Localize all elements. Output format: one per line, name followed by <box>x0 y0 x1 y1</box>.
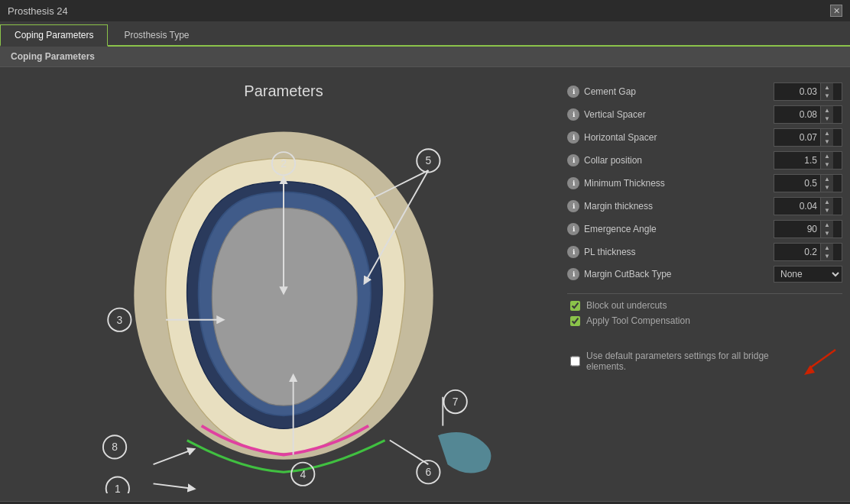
emergence-angle-label: Emergence Angle <box>584 224 769 234</box>
diagram-title: Parameters <box>244 82 323 100</box>
param-row-margin-cutback: ℹ Margin CutBack Type None Type1 Type2 <box>567 266 842 283</box>
param-row-cement-gap: ℹ Cement Gap ▲ ▼ <box>567 82 842 101</box>
param-row-vertical-spacer: ℹ Vertical Spacer ▲ ▼ <box>567 105 842 124</box>
pl-thickness-input-wrap: ▲ ▼ <box>774 243 842 261</box>
emergence-angle-icon: ℹ <box>567 223 579 235</box>
main-body: Parameters <box>0 67 850 501</box>
emergence-angle-up[interactable]: ▲ <box>821 221 833 229</box>
param-row-collar-position: ℹ Collar position ▲ ▼ <box>567 151 842 170</box>
bridge-default-label: Use default parameters settings for all … <box>586 351 780 372</box>
apply-tool-row: Apply Tool Compensation <box>567 315 842 326</box>
collar-position-down[interactable]: ▼ <box>821 160 833 169</box>
horizontal-spacer-input[interactable] <box>774 131 820 144</box>
pl-thickness-up[interactable]: ▲ <box>821 244 833 252</box>
cement-gap-up[interactable]: ▲ <box>821 83 833 92</box>
footer: Reset ? OK Cancel <box>0 501 850 504</box>
minimum-thickness-down[interactable]: ▼ <box>821 183 833 192</box>
svg-text:5: 5 <box>426 154 432 166</box>
minimum-thickness-up[interactable]: ▲ <box>821 175 833 183</box>
tabs-container: Coping Parameters Prosthesis Type <box>0 21 850 47</box>
param-row-minimum-thickness: ℹ Minimum Thickness ▲ ▼ <box>567 174 842 192</box>
tab-coping-parameters[interactable]: Coping Parameters <box>0 24 108 47</box>
minimum-thickness-input[interactable] <box>774 176 820 190</box>
pl-thickness-label: PL thickness <box>584 247 769 257</box>
vertical-spacer-up[interactable]: ▲ <box>821 106 833 115</box>
separator-1 <box>567 293 842 294</box>
block-out-label: Block out undercuts <box>586 300 667 311</box>
minimum-thickness-input-wrap: ▲ ▼ <box>774 174 842 192</box>
arrow-annotation <box>793 346 839 376</box>
vertical-spacer-input-wrap: ▲ ▼ <box>774 105 842 124</box>
minimum-thickness-label: Minimum Thickness <box>584 178 769 189</box>
margin-thickness-input[interactable] <box>774 199 820 213</box>
vertical-spacer-label: Vertical Spacer <box>584 109 769 120</box>
title-bar: Prosthesis 24 ✕ <box>0 0 850 21</box>
vertical-spacer-down[interactable]: ▼ <box>821 115 833 123</box>
svg-text:7: 7 <box>453 396 459 408</box>
margin-thickness-label: Margin thickness <box>584 201 769 212</box>
svg-text:2: 2 <box>281 157 287 170</box>
pl-thickness-down[interactable]: ▼ <box>821 252 833 260</box>
horizontal-spacer-icon: ℹ <box>567 131 579 144</box>
collar-position-icon: ℹ <box>567 154 579 166</box>
param-row-margin-thickness: ℹ Margin thickness ▲ ▼ <box>567 197 842 215</box>
cement-gap-label: Cement Gap <box>584 86 769 97</box>
collar-position-up[interactable]: ▲ <box>821 152 833 160</box>
pl-thickness-icon: ℹ <box>567 246 579 258</box>
parameters-panel: ℹ Cement Gap ▲ ▼ ℹ Vertical Spacer ▲ ▼ <box>567 75 842 493</box>
svg-text:1: 1 <box>115 483 121 493</box>
diagram-area: Parameters <box>8 75 560 493</box>
svg-line-11 <box>154 483 193 488</box>
close-button[interactable]: ✕ <box>830 5 842 17</box>
cement-gap-input-wrap: ▲ ▼ <box>774 82 842 101</box>
svg-line-10 <box>154 450 193 464</box>
svg-text:6: 6 <box>426 466 432 478</box>
emergence-angle-down[interactable]: ▼ <box>821 229 833 237</box>
margin-thickness-icon: ℹ <box>567 200 579 212</box>
param-row-pl-thickness: ℹ PL thickness ▲ ▼ <box>567 243 842 261</box>
apply-tool-checkbox[interactable] <box>570 316 580 326</box>
vertical-spacer-icon: ℹ <box>567 108 579 121</box>
svg-text:4: 4 <box>300 468 306 480</box>
block-out-checkbox[interactable] <box>570 301 580 311</box>
collar-position-input-wrap: ▲ ▼ <box>774 151 842 170</box>
collar-position-label: Collar position <box>584 155 769 166</box>
horizontal-spacer-label: Horizontal Spacer <box>584 132 769 143</box>
cement-gap-icon: ℹ <box>567 86 579 98</box>
svg-text:3: 3 <box>117 314 123 326</box>
svg-text:8: 8 <box>112 441 118 453</box>
param-row-emergence-angle: ℹ Emergence Angle ▲ ▼ <box>567 220 842 238</box>
pl-thickness-input[interactable] <box>774 245 820 259</box>
cement-gap-down[interactable]: ▼ <box>821 92 833 100</box>
svg-line-8 <box>390 441 429 465</box>
param-row-horizontal-spacer: ℹ Horizontal Spacer ▲ ▼ <box>567 128 842 147</box>
margin-cutback-icon: ℹ <box>567 268 579 280</box>
margin-cutback-label: Margin CutBack Type <box>584 269 769 279</box>
collar-position-input[interactable] <box>774 153 820 167</box>
tooth-diagram: 1 2 3 4 5 6 7 8 <box>8 108 560 493</box>
horizontal-spacer-input-wrap: ▲ ▼ <box>774 128 842 147</box>
vertical-spacer-input[interactable] <box>774 108 820 121</box>
bridge-default-checkbox[interactable] <box>570 356 580 367</box>
minimum-thickness-icon: ℹ <box>567 177 579 189</box>
margin-cutback-select[interactable]: None Type1 Type2 <box>774 266 842 283</box>
horizontal-spacer-up[interactable]: ▲ <box>821 129 833 137</box>
margin-thickness-up[interactable]: ▲ <box>821 198 833 206</box>
horizontal-spacer-down[interactable]: ▼ <box>821 137 833 146</box>
margin-thickness-down[interactable]: ▼ <box>821 206 833 215</box>
apply-tool-label: Apply Tool Compensation <box>586 315 690 326</box>
emergence-angle-input[interactable] <box>774 222 820 236</box>
cement-gap-input[interactable] <box>774 85 820 99</box>
margin-thickness-input-wrap: ▲ ▼ <box>774 197 842 215</box>
tab-prosthesis-type[interactable]: Prosthesis Type <box>109 24 203 45</box>
block-out-row: Block out undercuts <box>567 300 842 311</box>
section-header: Coping Parameters <box>0 47 850 67</box>
emergence-angle-input-wrap: ▲ ▼ <box>774 220 842 238</box>
bridge-checkbox-row: Use default parameters settings for all … <box>567 340 842 383</box>
window-title: Prosthesis 24 <box>8 5 68 17</box>
